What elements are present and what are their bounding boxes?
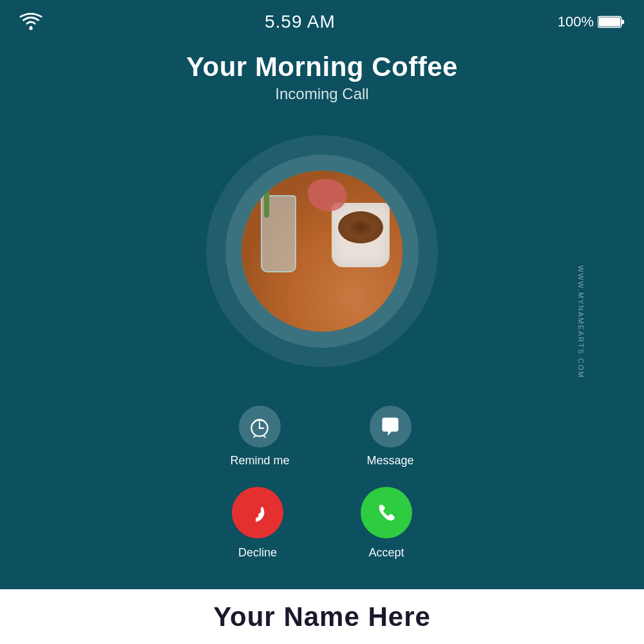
svg-line-8 <box>254 435 256 437</box>
remind-me-label: Remind me <box>230 454 289 468</box>
svg-rect-3 <box>621 20 624 24</box>
accept-phone-icon <box>374 500 399 526</box>
status-bar: 5.59 AM 100% <box>0 0 644 39</box>
battery-icon <box>598 15 625 29</box>
caller-name: Your Morning Coffee <box>186 52 458 82</box>
svg-point-10 <box>259 419 261 422</box>
message-icon-circle <box>370 406 412 448</box>
flower <box>264 179 269 218</box>
banner-text: Your Name Here <box>213 601 431 632</box>
battery-container: 100% <box>558 14 625 30</box>
wifi-icon <box>19 13 43 31</box>
alarm-clock-icon <box>248 415 271 439</box>
message-icon <box>379 415 402 439</box>
battery-percent: 100% <box>558 14 594 30</box>
avatar-area <box>200 129 444 374</box>
ham-slice <box>308 179 346 211</box>
decline-phone-icon <box>245 500 270 526</box>
remind-me-icon-circle <box>239 406 281 448</box>
avatar <box>242 171 402 332</box>
coffee-photo <box>242 171 402 332</box>
accept-label: Accept <box>368 546 404 560</box>
accept-button[interactable]: Accept <box>361 487 412 560</box>
call-row: Decline Accept <box>232 487 412 560</box>
message-label: Message <box>366 454 413 468</box>
message-button[interactable]: Message <box>366 406 413 468</box>
bottom-banner: Your Name Here <box>0 589 644 644</box>
remind-me-button[interactable]: Remind me <box>230 406 289 468</box>
decline-label: Decline <box>238 546 277 560</box>
decline-button[interactable]: Decline <box>232 487 283 560</box>
svg-rect-2 <box>599 17 621 26</box>
action-row: Remind me Message <box>230 406 413 468</box>
svg-line-9 <box>264 435 266 437</box>
call-status: Incoming Call <box>186 85 458 103</box>
decline-icon-circle <box>232 487 283 538</box>
caller-info: Your Morning Coffee Incoming Call <box>186 52 458 103</box>
svg-point-0 <box>29 26 32 30</box>
watermark: WWW.MYNAMEARTS.COM <box>577 265 585 379</box>
screen: 5.59 AM 100% Your Morning Coffee Incomin… <box>0 0 644 644</box>
accept-icon-circle <box>361 487 412 538</box>
time-display: 5.59 AM <box>265 12 336 32</box>
